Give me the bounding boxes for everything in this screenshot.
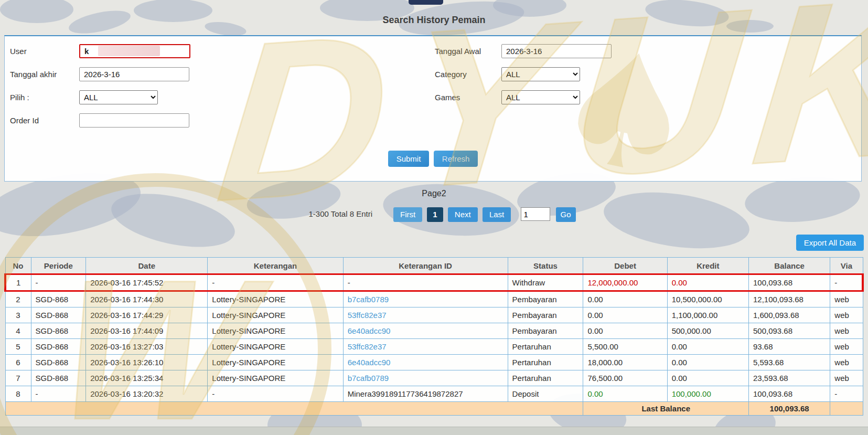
pilih-label: Pilih : [10, 90, 29, 105]
order-id-label: Order Id [10, 113, 39, 128]
last-balance-label: Last Balance [583, 402, 749, 416]
cell-keterangan-id: 53ffc82e37 [343, 339, 508, 355]
cell-keterangan: Lottery-SINGAPORE [208, 355, 343, 370]
cell-balance: 5,593.68 [748, 355, 830, 370]
user-label: User [10, 44, 27, 59]
footer-via-cell [830, 402, 863, 416]
cell-status: Pembayaran [508, 291, 583, 307]
first-page-button[interactable]: First [393, 207, 422, 222]
cell-periode: SGD-868 [31, 323, 86, 339]
cell-status: Pertaruhan [508, 339, 583, 355]
cell-debet: 0.00 [583, 307, 667, 323]
cell-status: Pembayaran [508, 323, 583, 339]
cell-debet: 0.00 [583, 291, 667, 307]
games-select[interactable]: ALL [501, 90, 580, 104]
cell-kredit: 10,500,000.00 [667, 291, 748, 307]
cell-debet: 12,000,000.00 [583, 274, 667, 291]
keterangan-id-link[interactable]: b7cafb0789 [348, 374, 389, 383]
cell-status: Withdraw [508, 274, 583, 291]
cell-keterangan: - [208, 386, 343, 402]
cell-no: 5 [5, 339, 31, 355]
pilih-select[interactable]: ALL [79, 90, 158, 104]
result-range-text: 1-300 Total 8 Entri [309, 209, 372, 218]
keterangan-id-link[interactable]: 53ffc82e37 [348, 342, 387, 351]
cell-balance: 93.68 [748, 339, 830, 355]
cell-via: - [830, 386, 863, 402]
cell-via: web [830, 355, 863, 370]
cell-via: web [830, 339, 863, 355]
cell-periode: SGD-868 [31, 307, 86, 323]
search-form-panel: User Tanggal Awal Tanggal akhir Category… [4, 35, 862, 182]
form-row-tanggal-akhir: Tanggal akhir [10, 67, 435, 82]
cell-keterangan-id: 53ffc82e37 [343, 307, 508, 323]
header-date: Date [86, 258, 208, 274]
pagination-buttons: First 1 Next Last Go [393, 207, 576, 222]
submit-button[interactable]: Submit [388, 151, 430, 167]
cell-keterangan-id: b7cafb0789 [343, 370, 508, 386]
cell-debet: 18,000.00 [583, 355, 667, 370]
cell-keterangan: Lottery-SINGAPORE [208, 370, 343, 386]
refresh-button[interactable]: Refresh [434, 151, 478, 167]
cell-keterangan-id: b7cafb0789 [343, 291, 508, 307]
tanggal-awal-label: Tanggal Awal [435, 44, 481, 59]
header-via: Via [830, 258, 863, 274]
category-select[interactable]: ALL [501, 67, 580, 81]
go-button[interactable]: Go [556, 207, 576, 222]
goto-page-input[interactable] [521, 207, 550, 221]
tanggal-akhir-input[interactable] [79, 67, 189, 81]
cell-no: 8 [5, 386, 31, 402]
form-row-tanggal-awal: Tanggal Awal [435, 44, 655, 59]
cell-keterangan-id: 6e40adcc90 [343, 355, 508, 370]
cell-keterangan: Lottery-SINGAPORE [208, 323, 343, 339]
cell-kredit: 1,100,000.00 [667, 307, 748, 323]
keterangan-id-link[interactable]: 6e40adcc90 [348, 326, 391, 335]
cell-date: 2026-03-16 13:25:34 [86, 370, 208, 386]
page-number-label: Page2 [0, 189, 868, 198]
cell-kredit: 0.00 [667, 274, 748, 291]
cell-keterangan: Lottery-SINGAPORE [208, 291, 343, 307]
cell-status: Pertaruhan [508, 355, 583, 370]
cell-debet: 5,500.00 [583, 339, 667, 355]
top-logo-badge [409, 0, 443, 5]
cell-periode: SGD-868 [31, 339, 86, 355]
keterangan-id-link[interactable]: 6e40adcc90 [348, 358, 391, 367]
cell-date: 2026-03-16 13:27:03 [86, 339, 208, 355]
cell-date: 2026-03-16 17:44:30 [86, 291, 208, 307]
header-keterangan: Keterangan [208, 258, 343, 274]
order-id-input[interactable] [79, 113, 189, 128]
cell-status: Pembayaran [508, 307, 583, 323]
header-kredit: Kredit [667, 258, 748, 274]
keterangan-id-link[interactable]: 53ffc82e37 [348, 311, 387, 320]
cell-debet: 76,500.00 [583, 370, 667, 386]
export-all-data-button[interactable]: Export All Data [796, 235, 864, 251]
table-row: 5SGD-8682026-03-16 13:27:03Lottery-SINGA… [5, 339, 863, 355]
cell-date: 2026-03-16 13:20:32 [86, 386, 208, 402]
table-row: 3SGD-8682026-03-16 17:44:29Lottery-SINGA… [5, 307, 863, 323]
table-row: 8-2026-03-16 13:20:32-Minera399189117736… [5, 386, 863, 402]
history-table: No Periode Date Keterangan Keterangan ID… [4, 257, 864, 416]
header-no: No [5, 258, 31, 274]
next-page-button[interactable]: Next [448, 207, 478, 222]
bottom-strip [0, 427, 868, 435]
tanggal-awal-input[interactable] [501, 44, 612, 58]
table-row: 7SGD-8682026-03-16 13:25:34Lottery-SINGA… [5, 370, 863, 386]
cell-keterangan-id: - [343, 274, 508, 291]
cell-periode: - [31, 386, 86, 402]
form-buttons: Submit Refresh [5, 151, 861, 167]
last-page-button[interactable]: Last [483, 207, 511, 222]
current-page-button[interactable]: 1 [427, 207, 443, 222]
cell-via: web [830, 370, 863, 386]
cell-via: web [830, 307, 863, 323]
cell-keterangan-id: 6e40adcc90 [343, 323, 508, 339]
cell-balance: 12,100,093.68 [748, 291, 830, 307]
pagination-bar: 1-300 Total 8 Entri First 1 Next Last Go [0, 207, 868, 222]
cell-no: 3 [5, 307, 31, 323]
cell-kredit: 0.00 [667, 370, 748, 386]
cell-balance: 23,593.68 [748, 370, 830, 386]
cell-status: Deposit [508, 386, 583, 402]
cell-kredit: 500,000.00 [667, 323, 748, 339]
last-balance-row: Last Balance 100,093.68 [5, 402, 863, 416]
table-row: 2SGD-8682026-03-16 17:44:30Lottery-SINGA… [5, 291, 863, 307]
keterangan-id-link[interactable]: b7cafb0789 [348, 295, 389, 304]
cell-via: web [830, 291, 863, 307]
